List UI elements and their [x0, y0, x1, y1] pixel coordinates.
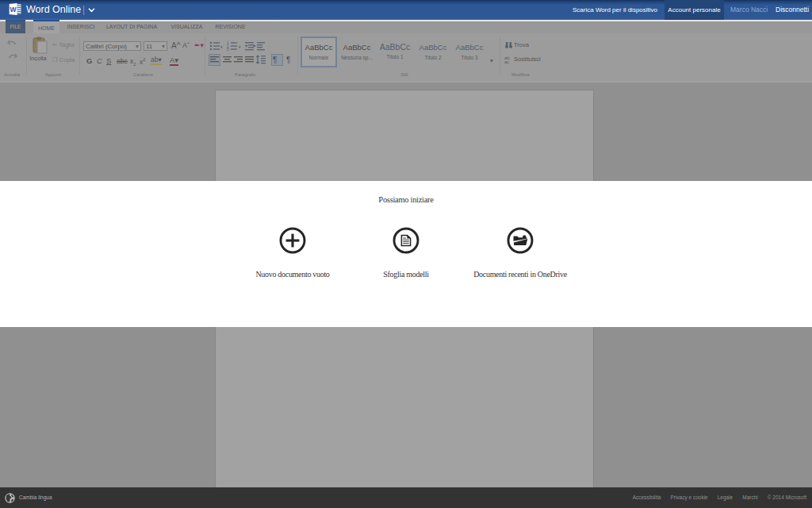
svg-text:W: W [10, 6, 17, 13]
